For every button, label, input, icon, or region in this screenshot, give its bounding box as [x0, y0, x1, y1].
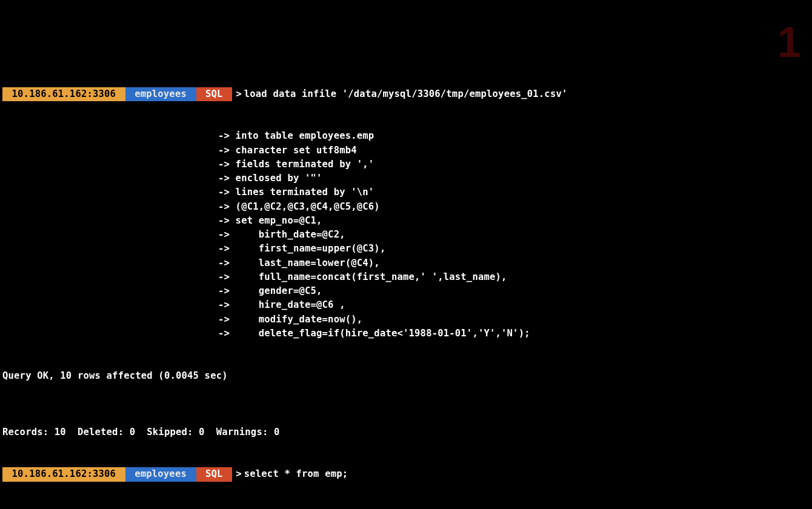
continuation-indent — [2, 313, 218, 327]
command-continuation[interactable]: -> delete_flag=if(hire_date<'1988-01-01'… — [2, 327, 810, 341]
continuation-text: -> (@C1,@C2,@C3,@C4,@C5,@C6) — [218, 200, 380, 214]
command-continuation[interactable]: -> set emp_no=@C1, — [2, 214, 810, 228]
continuation-text: -> full_name=concat(first_name,' ',last_… — [218, 270, 507, 284]
command-text-2: select * from emp; — [244, 467, 348, 481]
command-continuation[interactable]: -> modify_date=now(), — [2, 313, 810, 327]
query-result-1: Query OK, 10 rows affected (0.0045 sec) — [2, 369, 810, 383]
continuation-text: -> enclosed by '"' — [218, 171, 322, 185]
prompt-line-1[interactable]: 10.186.61.162:3306 employees SQL >load d… — [2, 87, 810, 101]
continuation-indent — [2, 144, 218, 158]
command-continuation[interactable]: -> last_name=lower(@C4), — [2, 256, 810, 270]
continuation-text: -> hire_date=@C6 , — [218, 298, 345, 312]
continuation-text: -> modify_date=now(), — [218, 313, 362, 327]
continuation-text: -> first_name=upper(@C3), — [218, 242, 385, 256]
continuation-text: -> fields terminated by ',' — [218, 158, 374, 171]
continuation-indent — [2, 327, 218, 341]
continuation-text: -> last_name=lower(@C4), — [218, 256, 380, 270]
continuation-indent — [2, 214, 218, 228]
continuation-text: -> into table employees.emp — [218, 129, 374, 143]
sql-tag: SQL — [196, 87, 233, 101]
continuation-indent — [2, 284, 218, 298]
continuation-text: -> set emp_no=@C1, — [218, 214, 322, 228]
host-tag: 10.186.61.162:3306 — [2, 467, 125, 481]
command-continuation[interactable]: -> character set utf8mb4 — [2, 144, 810, 158]
command-continuation[interactable]: -> enclosed by '"' — [2, 171, 810, 185]
continuation-indent — [2, 242, 218, 256]
continuation-indent — [2, 228, 218, 242]
command-continuation[interactable]: -> hire_date=@C6 , — [2, 298, 810, 312]
command-continuation[interactable]: -> fields terminated by ',' — [2, 158, 810, 171]
continuation-text: -> character set utf8mb4 — [218, 144, 357, 158]
host-tag: 10.186.61.162:3306 — [2, 87, 125, 101]
prompt-separator: > — [232, 87, 244, 101]
continuation-indent — [2, 129, 218, 143]
continuation-text: -> lines terminated by '\n' — [218, 185, 374, 199]
db-tag: employees — [125, 87, 196, 101]
continuation-text: -> birth_date=@C2, — [218, 228, 345, 242]
continuation-indent — [2, 298, 218, 312]
command-continuation[interactable]: -> gender=@C5, — [2, 284, 810, 298]
records-summary: Records: 10 Deleted: 0 Skipped: 0 Warnin… — [2, 425, 810, 439]
continuation-text: -> gender=@C5, — [218, 284, 322, 298]
continuation-indent — [2, 158, 218, 171]
command-continuation[interactable]: -> (@C1,@C2,@C3,@C4,@C5,@C6) — [2, 200, 810, 214]
command-continuation[interactable]: -> into table employees.emp — [2, 129, 810, 143]
prompt-line-2[interactable]: 10.186.61.162:3306 employees SQL >select… — [2, 467, 810, 481]
command-continuation[interactable]: -> full_name=concat(first_name,' ',last_… — [2, 270, 810, 284]
continuation-indent — [2, 200, 218, 214]
blank-line — [2, 397, 810, 411]
sql-tag: SQL — [196, 467, 233, 481]
db-tag: employees — [125, 467, 196, 481]
command-continuation[interactable]: -> first_name=upper(@C3), — [2, 242, 810, 256]
continuation-text: -> delete_flag=if(hire_date<'1988-01-01'… — [218, 327, 530, 341]
continuation-indent — [2, 185, 218, 199]
command-continuation[interactable]: -> lines terminated by '\n' — [2, 185, 810, 199]
continuation-indent — [2, 270, 218, 284]
watermark-badge: 1 — [777, 11, 801, 75]
command-text-1: load data infile '/data/mysql/3306/tmp/e… — [244, 87, 568, 101]
continuation-indent — [2, 256, 218, 270]
continuation-indent — [2, 171, 218, 185]
command-continuation[interactable]: -> birth_date=@C2, — [2, 228, 810, 242]
prompt-separator: > — [232, 467, 244, 481]
